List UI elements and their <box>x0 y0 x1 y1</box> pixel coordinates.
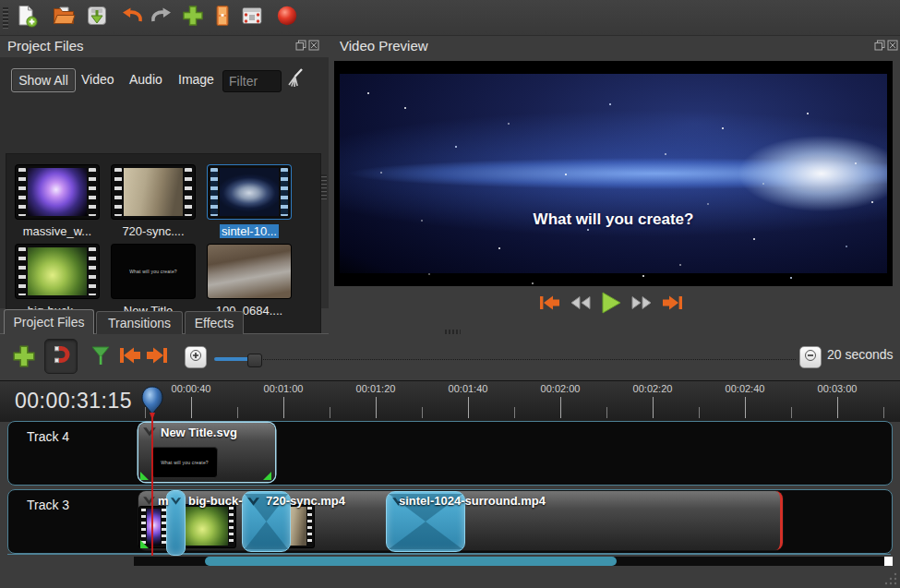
zoom-out-button[interactable] <box>799 346 822 368</box>
add-track-button[interactable] <box>11 343 37 373</box>
import-files-button[interactable] <box>181 6 205 30</box>
undo-button[interactable] <box>120 6 144 30</box>
project-files-close-icon[interactable] <box>307 39 319 51</box>
window-resize-grip[interactable] <box>884 572 897 588</box>
redo-icon <box>150 4 174 31</box>
filter-input[interactable] <box>222 70 282 92</box>
playhead-line <box>151 415 153 556</box>
jump-to-end-button[interactable] <box>659 294 687 316</box>
thumbnail-image <box>124 168 183 216</box>
clip-label: New Title.svg <box>161 426 237 439</box>
file-thumbnail-bigbuck[interactable] <box>16 245 99 298</box>
clip-resize-handle-right[interactable] <box>263 472 271 480</box>
filmstrip-holes <box>229 507 234 546</box>
new-project-icon <box>15 4 39 31</box>
play-icon <box>597 291 623 318</box>
broom-icon <box>283 78 306 93</box>
toolbar-drag-handle[interactable] <box>3 6 8 29</box>
filter-image-button[interactable]: Image <box>178 68 214 90</box>
file-label-selected: sintel-10... <box>208 224 291 238</box>
fullscreen-button[interactable] <box>240 6 264 30</box>
project-files-panel-title: Project Files <box>7 38 84 54</box>
clip-resize-handle-left[interactable] <box>140 472 149 480</box>
video-preview-float-icon[interactable] <box>873 39 885 51</box>
transition-chevron-icon[interactable] <box>246 495 260 511</box>
transition-chevron-icon[interactable] <box>170 494 182 510</box>
zoom-slider-handle[interactable] <box>247 354 262 367</box>
play-button[interactable] <box>596 294 624 316</box>
previous-marker-button[interactable] <box>116 343 142 371</box>
arrow-to-end-icon <box>145 354 171 370</box>
timeline-hscrollbar-thumb[interactable] <box>205 557 617 566</box>
vertical-splitter-handle[interactable] <box>321 174 327 199</box>
filter-audio-button[interactable]: Audio <box>129 68 162 90</box>
save-project-button[interactable] <box>85 6 109 30</box>
clip-label-massive: m <box>158 494 169 508</box>
clip-resize-handle-left[interactable] <box>140 540 149 548</box>
ruler-label: 00:02:20 <box>633 383 673 394</box>
thumbnail-image <box>147 509 161 546</box>
ruler-label: 00:01:00 <box>264 383 304 394</box>
clip-new-title[interactable]: New Title.svg What will you create? <box>138 423 275 482</box>
file-thumbnail-720sync[interactable] <box>112 165 195 219</box>
transition-1[interactable] <box>166 490 186 556</box>
video-preview-area[interactable]: What will you create? <box>334 61 893 286</box>
thumbnail-image <box>28 168 87 216</box>
timeline-bottom-border <box>7 554 891 555</box>
fast-forward-button[interactable] <box>628 294 655 316</box>
razor-tool-button[interactable] <box>89 343 113 373</box>
ruler-label: 00:00:40 <box>172 383 211 394</box>
project-files-float-icon[interactable] <box>294 39 306 51</box>
scrollbar-corner <box>884 557 893 566</box>
tab-transitions[interactable]: Transitions <box>96 311 183 334</box>
clip-thumbnail: What will you create? <box>151 447 218 478</box>
filter-video-button[interactable]: Video <box>81 68 114 90</box>
filmstrip-holes <box>210 168 218 216</box>
zoom-slider-track[interactable] <box>214 359 796 360</box>
filmstrip-holes <box>114 168 122 216</box>
file-thumbnail-massive[interactable] <box>16 165 99 219</box>
tab-effects[interactable]: Effects <box>185 311 244 334</box>
snapping-toggle-button[interactable] <box>44 339 78 374</box>
jump-to-end-icon <box>660 293 686 317</box>
filmstrip-holes <box>89 247 96 295</box>
filter-show-all-button[interactable]: Show All <box>11 68 76 92</box>
jump-to-start-icon <box>536 293 562 317</box>
ruler-label: 00:02:40 <box>726 383 765 394</box>
timeline-ruler[interactable]: 00:00:31:15 00:00:40 00:01:00 00:01:20 0… <box>0 380 900 422</box>
file-thumbnail-100-0684[interactable] <box>208 245 291 298</box>
filmstrip-holes <box>18 247 26 295</box>
zoom-in-icon <box>189 349 202 366</box>
preview-title-text: What will you create? <box>334 210 893 229</box>
playhead-marker[interactable] <box>140 386 164 424</box>
open-project-button[interactable] <box>52 6 76 30</box>
magnet-icon <box>50 343 72 369</box>
clear-filter-button[interactable] <box>283 66 306 94</box>
video-preview-close-icon[interactable] <box>886 39 898 51</box>
zoom-in-button[interactable] <box>185 346 207 368</box>
clip-menu-chevron-icon[interactable] <box>142 494 156 510</box>
filmstrip-holes <box>89 168 96 216</box>
main-toolbar <box>0 0 900 36</box>
redo-button[interactable] <box>150 6 174 30</box>
rewind-button[interactable] <box>567 294 594 316</box>
track-name: Track 4 <box>27 429 69 444</box>
tab-project-files[interactable]: Project Files <box>4 309 94 334</box>
export-video-button[interactable] <box>275 6 299 30</box>
file-thumbnail-sintel[interactable] <box>208 165 291 219</box>
rewind-icon <box>569 293 593 317</box>
filmstrip-holes <box>281 168 288 216</box>
left-panel-tabbar: Project Files Transitions Effects <box>0 308 329 334</box>
file-thumbnail-newtitle[interactable]: What will you create? <box>112 245 195 298</box>
file-label: 720-sync.... <box>112 224 195 238</box>
next-marker-button[interactable] <box>145 343 171 371</box>
jump-to-start-button[interactable] <box>535 294 563 316</box>
filmstrip-holes <box>307 507 312 546</box>
thumbnail-image <box>28 247 87 295</box>
clip-menu-chevron-icon[interactable] <box>142 426 157 442</box>
choose-profile-button[interactable] <box>210 6 234 30</box>
undo-icon <box>120 4 144 31</box>
clip-label-bigbuck: big-buck- <box>188 494 243 508</box>
new-project-button[interactable] <box>15 6 39 30</box>
project-files-panel: Show All Video Audio Image massive_w... … <box>0 57 329 308</box>
